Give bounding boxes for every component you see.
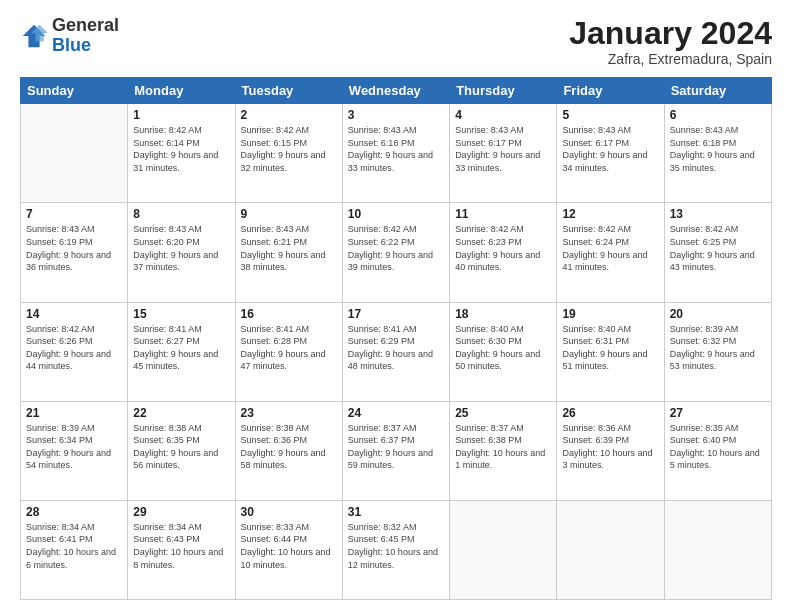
table-row: 28Sunrise: 8:34 AMSunset: 6:41 PMDayligh… [21,500,128,599]
logo-text: General Blue [52,16,119,56]
day-number: 25 [455,406,551,420]
table-row [664,500,771,599]
day-number: 19 [562,307,658,321]
table-row [557,500,664,599]
day-number: 30 [241,505,337,519]
day-number: 8 [133,207,229,221]
table-row: 5Sunrise: 8:43 AMSunset: 6:17 PMDaylight… [557,104,664,203]
day-number: 16 [241,307,337,321]
day-number: 10 [348,207,444,221]
day-info: Sunrise: 8:42 AMSunset: 6:22 PMDaylight:… [348,223,444,273]
table-row: 30Sunrise: 8:33 AMSunset: 6:44 PMDayligh… [235,500,342,599]
day-number: 21 [26,406,122,420]
day-number: 11 [455,207,551,221]
day-info: Sunrise: 8:38 AMSunset: 6:36 PMDaylight:… [241,422,337,472]
day-info: Sunrise: 8:42 AMSunset: 6:15 PMDaylight:… [241,124,337,174]
table-row: 1Sunrise: 8:42 AMSunset: 6:14 PMDaylight… [128,104,235,203]
day-info: Sunrise: 8:42 AMSunset: 6:14 PMDaylight:… [133,124,229,174]
table-row: 31Sunrise: 8:32 AMSunset: 6:45 PMDayligh… [342,500,449,599]
day-number: 2 [241,108,337,122]
table-row: 4Sunrise: 8:43 AMSunset: 6:17 PMDaylight… [450,104,557,203]
header-saturday: Saturday [664,78,771,104]
calendar-week-row: 28Sunrise: 8:34 AMSunset: 6:41 PMDayligh… [21,500,772,599]
day-info: Sunrise: 8:42 AMSunset: 6:24 PMDaylight:… [562,223,658,273]
table-row: 13Sunrise: 8:42 AMSunset: 6:25 PMDayligh… [664,203,771,302]
day-number: 5 [562,108,658,122]
day-number: 18 [455,307,551,321]
day-info: Sunrise: 8:39 AMSunset: 6:32 PMDaylight:… [670,323,766,373]
calendar-week-row: 7Sunrise: 8:43 AMSunset: 6:19 PMDaylight… [21,203,772,302]
day-info: Sunrise: 8:40 AMSunset: 6:31 PMDaylight:… [562,323,658,373]
table-row: 26Sunrise: 8:36 AMSunset: 6:39 PMDayligh… [557,401,664,500]
day-number: 4 [455,108,551,122]
day-info: Sunrise: 8:42 AMSunset: 6:26 PMDaylight:… [26,323,122,373]
calendar-week-row: 21Sunrise: 8:39 AMSunset: 6:34 PMDayligh… [21,401,772,500]
day-number: 26 [562,406,658,420]
table-row: 12Sunrise: 8:42 AMSunset: 6:24 PMDayligh… [557,203,664,302]
table-row: 14Sunrise: 8:42 AMSunset: 6:26 PMDayligh… [21,302,128,401]
table-row [21,104,128,203]
day-number: 31 [348,505,444,519]
table-row: 7Sunrise: 8:43 AMSunset: 6:19 PMDaylight… [21,203,128,302]
table-row: 11Sunrise: 8:42 AMSunset: 6:23 PMDayligh… [450,203,557,302]
table-row: 18Sunrise: 8:40 AMSunset: 6:30 PMDayligh… [450,302,557,401]
calendar-table: Sunday Monday Tuesday Wednesday Thursday… [20,77,772,600]
day-number: 3 [348,108,444,122]
day-info: Sunrise: 8:33 AMSunset: 6:44 PMDaylight:… [241,521,337,571]
table-row: 17Sunrise: 8:41 AMSunset: 6:29 PMDayligh… [342,302,449,401]
calendar-header-row: Sunday Monday Tuesday Wednesday Thursday… [21,78,772,104]
table-row: 15Sunrise: 8:41 AMSunset: 6:27 PMDayligh… [128,302,235,401]
table-row: 6Sunrise: 8:43 AMSunset: 6:18 PMDaylight… [664,104,771,203]
day-number: 22 [133,406,229,420]
day-number: 29 [133,505,229,519]
logo-blue: Blue [52,35,91,55]
day-number: 14 [26,307,122,321]
calendar-week-row: 14Sunrise: 8:42 AMSunset: 6:26 PMDayligh… [21,302,772,401]
table-row: 25Sunrise: 8:37 AMSunset: 6:38 PMDayligh… [450,401,557,500]
day-number: 13 [670,207,766,221]
day-info: Sunrise: 8:43 AMSunset: 6:17 PMDaylight:… [455,124,551,174]
day-info: Sunrise: 8:41 AMSunset: 6:29 PMDaylight:… [348,323,444,373]
table-row: 20Sunrise: 8:39 AMSunset: 6:32 PMDayligh… [664,302,771,401]
title-block: January 2024 Zafra, Extremadura, Spain [569,16,772,67]
table-row: 9Sunrise: 8:43 AMSunset: 6:21 PMDaylight… [235,203,342,302]
day-info: Sunrise: 8:36 AMSunset: 6:39 PMDaylight:… [562,422,658,472]
month-title: January 2024 [569,16,772,51]
header-monday: Monday [128,78,235,104]
table-row: 22Sunrise: 8:38 AMSunset: 6:35 PMDayligh… [128,401,235,500]
table-row: 21Sunrise: 8:39 AMSunset: 6:34 PMDayligh… [21,401,128,500]
location-subtitle: Zafra, Extremadura, Spain [569,51,772,67]
calendar-week-row: 1Sunrise: 8:42 AMSunset: 6:14 PMDaylight… [21,104,772,203]
table-row: 16Sunrise: 8:41 AMSunset: 6:28 PMDayligh… [235,302,342,401]
day-info: Sunrise: 8:41 AMSunset: 6:27 PMDaylight:… [133,323,229,373]
table-row: 8Sunrise: 8:43 AMSunset: 6:20 PMDaylight… [128,203,235,302]
table-row: 2Sunrise: 8:42 AMSunset: 6:15 PMDaylight… [235,104,342,203]
logo: General Blue [20,16,119,56]
day-info: Sunrise: 8:38 AMSunset: 6:35 PMDaylight:… [133,422,229,472]
day-info: Sunrise: 8:43 AMSunset: 6:21 PMDaylight:… [241,223,337,273]
day-info: Sunrise: 8:34 AMSunset: 6:41 PMDaylight:… [26,521,122,571]
day-info: Sunrise: 8:43 AMSunset: 6:17 PMDaylight:… [562,124,658,174]
day-info: Sunrise: 8:40 AMSunset: 6:30 PMDaylight:… [455,323,551,373]
day-info: Sunrise: 8:37 AMSunset: 6:38 PMDaylight:… [455,422,551,472]
logo-icon [20,22,48,50]
day-info: Sunrise: 8:42 AMSunset: 6:23 PMDaylight:… [455,223,551,273]
header-friday: Friday [557,78,664,104]
table-row: 3Sunrise: 8:43 AMSunset: 6:16 PMDaylight… [342,104,449,203]
header: General Blue January 2024 Zafra, Extrema… [20,16,772,67]
day-number: 23 [241,406,337,420]
day-info: Sunrise: 8:37 AMSunset: 6:37 PMDaylight:… [348,422,444,472]
table-row [450,500,557,599]
day-info: Sunrise: 8:32 AMSunset: 6:45 PMDaylight:… [348,521,444,571]
table-row: 29Sunrise: 8:34 AMSunset: 6:43 PMDayligh… [128,500,235,599]
header-tuesday: Tuesday [235,78,342,104]
day-info: Sunrise: 8:34 AMSunset: 6:43 PMDaylight:… [133,521,229,571]
table-row: 27Sunrise: 8:35 AMSunset: 6:40 PMDayligh… [664,401,771,500]
day-number: 17 [348,307,444,321]
day-number: 15 [133,307,229,321]
day-info: Sunrise: 8:43 AMSunset: 6:16 PMDaylight:… [348,124,444,174]
day-info: Sunrise: 8:39 AMSunset: 6:34 PMDaylight:… [26,422,122,472]
logo-general: General [52,15,119,35]
day-number: 28 [26,505,122,519]
day-number: 7 [26,207,122,221]
